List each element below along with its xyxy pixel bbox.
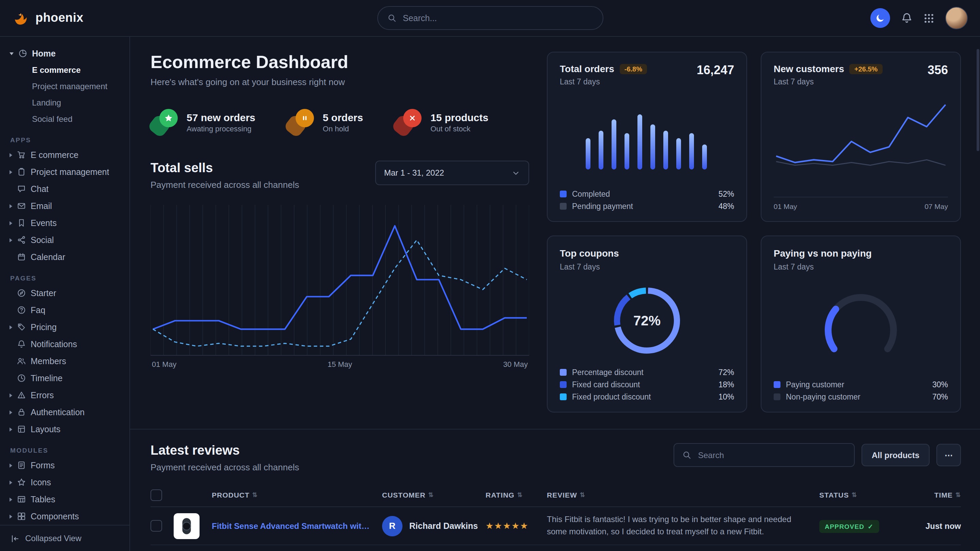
reviews-search[interactable] — [673, 443, 855, 467]
product-thumbnail[interactable] — [173, 513, 200, 539]
new-customers-x-labels: 01 May07 May — [774, 197, 948, 210]
viewport: phoenix — [0, 0, 980, 551]
sidebar-section-apps: APPS — [0, 136, 129, 144]
total-sells-chart — [151, 205, 529, 356]
page-title: Ecommerce Dashboard — [151, 52, 529, 72]
sidebar-item-timeline[interactable]: Timeline — [0, 370, 129, 387]
sidebar-item-forms[interactable]: Forms — [0, 457, 129, 474]
more-options-button[interactable]: ⋯ — [936, 444, 961, 466]
sort-icon: ⇅ — [252, 491, 258, 498]
sidebar-subitem-project-management[interactable]: Project management — [0, 78, 129, 95]
row-checkbox[interactable] — [151, 520, 162, 532]
sidebar-item-errors[interactable]: Errors — [0, 387, 129, 403]
sidebar-item-notifications[interactable]: Notifications — [0, 335, 129, 353]
stat-out-of-stock: 15 products Out of stock — [394, 109, 488, 135]
sidebar-item-project-management[interactable]: Project management — [0, 164, 129, 180]
total-orders-badge: -6.8% — [620, 64, 647, 74]
bell-icon — [901, 12, 913, 24]
brand[interactable]: phoenix — [12, 9, 83, 27]
brand-name: phoenix — [35, 11, 83, 25]
status-badge: APPROVED ✓ — [819, 520, 879, 533]
sidebar-item-calendar[interactable]: Calendar — [0, 248, 129, 265]
table-row[interactable]: Fitbit Sense Advanced Smartwatch with To… — [151, 507, 961, 545]
stats-row: 57 new orders Awating processing 5 order… — [151, 109, 529, 135]
cart-icon — [17, 151, 26, 159]
apps-grid-button[interactable] — [923, 13, 934, 24]
column-header-customer[interactable]: CUSTOMER⇅ — [382, 491, 485, 499]
sidebar-item-layouts[interactable]: Layouts — [0, 421, 129, 438]
sidebar-item-home[interactable]: Home — [0, 45, 129, 62]
column-header-review[interactable]: REVIEW⇅ — [547, 491, 819, 499]
sort-icon: ⇅ — [580, 491, 585, 498]
sidebar-item-faq[interactable]: Faq — [0, 302, 129, 319]
table-icon — [17, 495, 26, 504]
sidebar-item-icons[interactable]: Icons — [0, 474, 129, 491]
lock-icon — [17, 408, 26, 416]
page-subtitle: Here's what's going on at your business … — [151, 77, 529, 87]
sidebar-item-components[interactable]: Components — [0, 508, 129, 525]
sidebar-item-events[interactable]: Events — [0, 214, 129, 232]
sidebar-item-members[interactable]: Members — [0, 353, 129, 370]
sidebar-item-authentication[interactable]: Authentication — [0, 403, 129, 421]
collapse-label: Collapsed View — [25, 534, 81, 543]
sort-icon: ⇅ — [517, 491, 523, 498]
customer-cell[interactable]: RRichard Dawkins — [382, 516, 485, 536]
sidebar-item-starter[interactable]: Starter — [0, 284, 129, 302]
stat-value: 57 new orders — [186, 111, 255, 123]
theme-toggle-button[interactable] — [870, 8, 890, 28]
all-products-button[interactable]: All products — [862, 444, 930, 466]
column-header-rating[interactable]: RATING⇅ — [485, 491, 547, 499]
date-range-select[interactable]: Mar 1 - 31, 2022 — [375, 160, 529, 185]
reviews-table-body: Fitbit Sense Advanced Smartwatch with To… — [151, 507, 961, 551]
new-customers-period: Last 7 days — [774, 78, 882, 86]
sidebar-item-e-commerce[interactable]: E commerce — [0, 146, 129, 164]
total-sells-x-labels: 01 May15 May30 May — [151, 360, 529, 368]
star-icon — [17, 478, 26, 487]
sidebar-item-social[interactable]: Social — [0, 232, 129, 248]
sidebar-item-email[interactable]: Email — [0, 197, 129, 214]
share-icon — [17, 235, 26, 245]
global-search-input[interactable] — [401, 13, 593, 24]
warning-icon — [17, 391, 26, 400]
legend-item: Fixed card discount18% — [560, 381, 734, 389]
column-header-time[interactable]: TIME⇅ — [902, 491, 961, 499]
column-header-status[interactable]: STATUS⇅ — [819, 491, 902, 499]
sidebar-item-pricing[interactable]: Pricing — [0, 319, 129, 335]
search-icon — [682, 451, 691, 459]
paying-period: Last 7 days — [774, 263, 948, 271]
x-tick: 15 May — [328, 360, 352, 368]
phoenix-logo-icon — [12, 9, 30, 27]
legend-item: Paying customer30% — [774, 381, 948, 389]
users-icon — [17, 357, 26, 365]
scrollbar-thumb[interactable] — [977, 49, 979, 151]
sidebar-subitem-landing[interactable]: Landing — [0, 95, 129, 111]
caret-right-icon — [10, 238, 12, 242]
layout-icon — [17, 425, 26, 433]
global-search[interactable] — [377, 6, 603, 30]
pie-icon — [18, 49, 27, 58]
sidebar-item-tables[interactable]: Tables — [0, 491, 129, 508]
caret-right-icon — [10, 463, 12, 467]
paying-legend: Paying customer30% Non-paying customer70… — [774, 381, 948, 401]
form-icon — [17, 461, 26, 470]
sidebar-subitem-e-commerce[interactable]: E commerce — [0, 62, 129, 78]
legend-item: Completed52% — [560, 190, 734, 198]
sidebar-item-chat[interactable]: Chat — [0, 180, 129, 197]
user-avatar[interactable] — [945, 7, 968, 29]
sort-icon: ⇅ — [956, 491, 961, 498]
legend-item: Non-paying customer70% — [774, 393, 948, 401]
reviews-search-input[interactable] — [697, 449, 846, 460]
pause-badge-icon — [287, 109, 314, 135]
column-header-product[interactable]: PRODUCT⇅ — [212, 491, 382, 499]
caret-right-icon — [10, 514, 12, 518]
table-row[interactable]: iPhone 13 pro max-Pacific Blue-128GB sto… — [151, 545, 961, 551]
collapse-sidebar-button[interactable]: Collapsed View — [0, 525, 129, 551]
stat-awating-processing: 57 new orders Awating processing — [151, 109, 255, 135]
sidebar-subitem-social-feed[interactable]: Social feed — [0, 111, 129, 127]
select-all-checkbox[interactable] — [151, 489, 162, 501]
notifications-button[interactable] — [901, 12, 913, 24]
top-navbar: phoenix — [0, 0, 980, 37]
product-link[interactable]: Fitbit Sense Advanced Smartwatch with To… — [212, 521, 382, 530]
caret-right-icon — [10, 410, 12, 414]
sidebar-nav: HomeE commerceProject managementLandingS… — [0, 45, 129, 525]
